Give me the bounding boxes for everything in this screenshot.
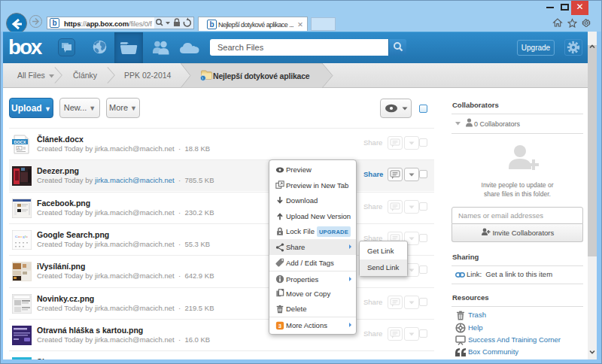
- svg-text:3: 3: [278, 323, 281, 329]
- svg-text:DOCX: DOCX: [14, 140, 26, 144]
